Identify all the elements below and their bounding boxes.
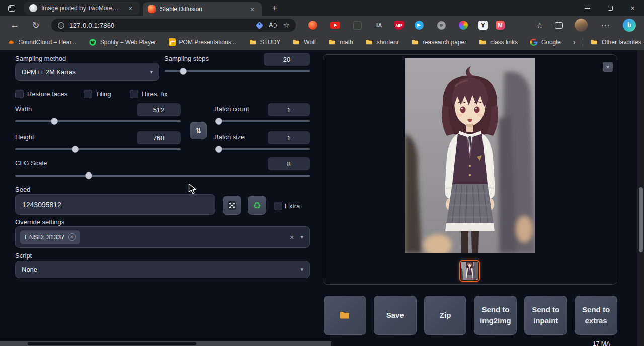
remove-tag-icon[interactable]: × <box>68 233 76 241</box>
extra-seed-checkbox[interactable] <box>274 202 282 210</box>
send-to-extras-button[interactable]: Send to extras <box>575 296 617 335</box>
slider-handle[interactable] <box>85 172 92 179</box>
extension-icon-youtube[interactable] <box>328 20 342 31</box>
tab-title: Image posted by TwoMoreTimes... <box>41 5 122 12</box>
extension-icon-dark[interactable] <box>350 20 364 31</box>
batch-size-slider[interactable] <box>215 148 310 150</box>
send-to-inpaint-button[interactable]: Send to inpaint <box>524 296 567 335</box>
sampling-method-value: DPM++ 2M Karras <box>22 68 76 76</box>
tab-favicon-icon <box>29 4 37 12</box>
close-window-button[interactable]: × <box>621 0 644 16</box>
maximize-button[interactable] <box>599 0 621 16</box>
restore-faces-checkbox[interactable] <box>15 90 24 98</box>
bookmark-pom-presentations[interactable]: POM Presentations... <box>169 38 236 46</box>
sampling-method-dropdown[interactable]: DPM++ 2M Karras ▾ <box>15 63 159 81</box>
settings-menu-button[interactable]: ⋯ <box>598 16 613 34</box>
cfg-scale-value[interactable]: 8 <box>268 157 310 170</box>
bookmark-folder-wolf[interactable]: Wolf <box>292 38 316 46</box>
height-value[interactable]: 768 <box>137 131 181 144</box>
bookmark-folder-shortenr[interactable]: shortenr <box>365 38 399 46</box>
extension-icon-blue[interactable] <box>412 20 426 31</box>
other-favorites-button[interactable]: Other favorites <box>590 38 641 46</box>
back-button[interactable]: ← <box>7 16 22 34</box>
height-slider[interactable] <box>15 148 181 150</box>
gallery-thumbnail[interactable] <box>459 260 480 282</box>
override-tag[interactable]: ENSD: 31337 × <box>20 230 80 244</box>
batch-size-value[interactable]: 1 <box>268 131 310 144</box>
bookmark-folder-class-links[interactable]: class links <box>478 38 518 46</box>
address-bar[interactable]: 127.0.0.1:7860 A ☆ <box>51 19 296 32</box>
vertical-scrollbar[interactable] <box>637 50 644 346</box>
stable-diffusion-favicon-icon <box>148 5 156 13</box>
send-to-img2img-button[interactable]: Send to img2img <box>474 296 517 335</box>
horizontal-scrollbar[interactable] <box>0 341 331 346</box>
batch-count-value[interactable]: 1 <box>268 103 310 116</box>
close-tab-icon[interactable]: × <box>126 4 135 13</box>
bookmark-folder-math[interactable]: math <box>328 38 353 46</box>
bookmark-folder-research-paper[interactable]: reasearch paper <box>411 38 466 46</box>
random-seed-button[interactable] <box>223 196 242 215</box>
script-dropdown[interactable]: None ▾ <box>15 261 310 278</box>
save-button[interactable]: Save <box>374 296 417 335</box>
slider-handle[interactable] <box>215 118 222 125</box>
height-label: Height <box>15 133 34 141</box>
hires-fix-checkbox[interactable] <box>130 90 138 98</box>
clear-override-icon[interactable]: × <box>290 233 294 241</box>
copilot-icon[interactable]: b <box>623 19 636 32</box>
bookmark-folder-study[interactable]: STUDY <box>249 38 281 46</box>
zip-button[interactable]: Zip <box>424 296 467 335</box>
bookmark-label: math <box>340 39 353 46</box>
width-value[interactable]: 512 <box>137 103 181 116</box>
close-tab-icon[interactable]: × <box>248 5 257 14</box>
cfg-scale-slider[interactable] <box>15 175 310 177</box>
url-text[interactable]: 127.0.0.1:7860 <box>69 22 115 29</box>
sampling-steps-slider[interactable] <box>165 70 310 72</box>
add-favorite-icon[interactable]: ☆ <box>283 21 290 30</box>
bookmark-soundcloud[interactable]: SoundCloud – Hear... <box>7 38 76 46</box>
sampling-steps-value[interactable]: 20 <box>264 53 310 66</box>
generated-image[interactable] <box>405 58 535 253</box>
extension-icon-ia[interactable]: IA <box>372 20 386 31</box>
slider-handle[interactable] <box>215 146 222 153</box>
tab-actions-icon[interactable] <box>5 3 18 13</box>
profile-avatar[interactable] <box>575 19 588 32</box>
extension-icon-pin[interactable] <box>434 20 448 31</box>
minimize-button[interactable] <box>576 0 599 16</box>
width-slider[interactable] <box>15 120 181 122</box>
favorites-button[interactable]: ☆ <box>532 16 547 34</box>
slider-handle[interactable] <box>72 146 79 153</box>
extension-icon-y[interactable]: Y <box>478 21 488 30</box>
extension-icon-m[interactable]: M <box>496 21 505 30</box>
bookmarks-overflow-icon[interactable]: › <box>573 38 576 47</box>
extension-icon-colorwheel[interactable] <box>456 20 470 31</box>
slider-handle[interactable] <box>51 118 58 125</box>
new-tab-button[interactable]: + <box>269 3 281 14</box>
shopping-tag-icon[interactable] <box>256 21 264 29</box>
bookmark-label: class links <box>490 39 518 46</box>
batch-size-label: Batch size <box>214 133 245 141</box>
tab-reddit-image[interactable]: Image posted by TwoMoreTimes... × <box>24 2 140 15</box>
site-info-icon[interactable] <box>57 22 65 29</box>
swap-dimensions-button[interactable]: ⇅ <box>190 122 207 139</box>
refresh-button[interactable]: ↻ <box>28 16 43 34</box>
close-gallery-button[interactable]: × <box>603 62 613 72</box>
folder-icon <box>365 38 373 46</box>
gallery-actions: Save Zip Send to img2img Send to inpaint… <box>324 296 617 335</box>
bookmark-google[interactable]: Google <box>530 38 561 46</box>
override-settings-box[interactable]: ENSD: 31337 × × ▾ <box>15 226 310 248</box>
horizontal-scrollbar-thumb[interactable] <box>28 342 196 345</box>
batch-count-slider[interactable] <box>215 120 310 122</box>
extension-icon-orange[interactable] <box>306 20 320 31</box>
bookmark-spotify[interactable]: Spotify – Web Player <box>89 38 156 46</box>
extension-icon-adblock[interactable]: ABP <box>394 21 404 30</box>
reuse-seed-button[interactable]: ♻ <box>248 196 266 215</box>
tab-stable-diffusion[interactable]: Stable Diffusion × <box>143 2 262 16</box>
slider-handle[interactable] <box>180 68 187 75</box>
split-screen-icon[interactable] <box>551 20 567 30</box>
chevron-down-icon[interactable]: ▾ <box>300 234 303 240</box>
vertical-scrollbar-thumb[interactable] <box>639 187 643 252</box>
tiling-checkbox[interactable] <box>84 90 92 98</box>
read-aloud-icon[interactable]: A <box>269 22 277 29</box>
seed-input[interactable] <box>15 194 215 215</box>
open-folder-button[interactable] <box>324 296 366 335</box>
